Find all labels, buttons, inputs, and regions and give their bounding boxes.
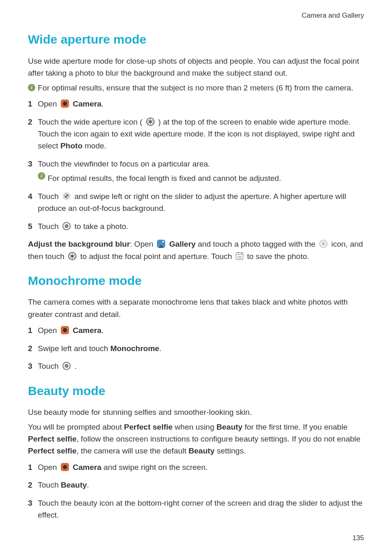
- bold-text: Monochrome: [110, 344, 159, 353]
- info-icon: i: [28, 84, 35, 91]
- step-number: 1: [28, 324, 38, 336]
- gallery-app-icon: [157, 240, 165, 248]
- info-note: i For optimal results, ensure that the s…: [28, 82, 364, 94]
- text: Open: [38, 463, 59, 472]
- text: and touch a photo tagged with the: [198, 240, 318, 248]
- text: Touch: [38, 481, 61, 489]
- shutter-icon: [62, 362, 71, 370]
- text: and swipe right on the screen.: [101, 463, 208, 472]
- step-number: 1: [28, 98, 38, 110]
- camera-app-icon: [61, 99, 69, 108]
- text: and swipe left or right on the slider to…: [38, 192, 346, 213]
- step-body: Touch the beauty icon at the bottom-righ…: [38, 497, 364, 521]
- step-body: Touch and swipe left or right on the sli…: [38, 190, 364, 215]
- step-body: Touch the wide aperture icon ( ) at the …: [38, 116, 364, 152]
- bold-text: Camera: [73, 326, 101, 335]
- bold-text: Camera: [73, 99, 101, 108]
- step-number: 2: [28, 116, 38, 152]
- info-icon: i: [38, 172, 45, 180]
- mono-intro: The camera comes with a separate monochr…: [28, 296, 364, 320]
- text: .: [101, 326, 104, 335]
- bold-text: Adjust the background blur: [28, 240, 130, 248]
- step-number: 3: [28, 360, 38, 372]
- bold-text: Beauty: [61, 481, 87, 489]
- text: .: [87, 481, 89, 489]
- page-number: 135: [353, 533, 364, 543]
- step-number: 3: [28, 497, 38, 521]
- camera-app-icon: [61, 463, 69, 471]
- aperture-icon: [68, 252, 76, 260]
- adjust-blur-paragraph: Adjust the background blur: Open Gallery…: [28, 238, 364, 262]
- beauty-perfect-selfie: You will be prompted about Perfect selfi…: [28, 421, 364, 457]
- text: : Open: [130, 240, 155, 248]
- bold-text: Camera: [73, 463, 101, 472]
- info-text: For optimal results, the focal length is…: [48, 172, 281, 184]
- text: Open: [38, 99, 59, 108]
- info-text: For optimal results, ensure that the sub…: [38, 82, 353, 94]
- svg-point-0: [65, 194, 68, 198]
- wide-intro: Use wide aperture mode for close-up shot…: [28, 55, 364, 79]
- text: Open: [38, 326, 59, 335]
- text: .: [74, 362, 76, 370]
- step-number: 4: [28, 190, 38, 215]
- aperture-icon: [319, 240, 327, 248]
- heading-beauty: Beauty mode: [28, 382, 364, 401]
- step-body: Touch the viewfinder to focus on a parti…: [38, 158, 364, 185]
- text: .: [101, 99, 104, 108]
- step-number: 5: [28, 220, 38, 232]
- text: to adjust the focal point and aperture. …: [80, 252, 234, 261]
- bold-text: Photo: [60, 141, 83, 150]
- bold-text: Beauty: [189, 446, 214, 455]
- step-body: Open Camera.: [38, 324, 364, 336]
- step-body: Touch to take a photo.: [38, 220, 364, 232]
- bold-text: Beauty: [217, 423, 242, 431]
- step-number: 2: [28, 342, 38, 354]
- text: Touch the wide aperture icon (: [38, 118, 145, 126]
- step-body: Touch .: [38, 360, 364, 372]
- step-body: Open Camera.: [38, 98, 364, 110]
- text: to save the photo.: [247, 252, 309, 261]
- beauty-intro: Use beauty mode for stunning selfies and…: [28, 406, 364, 418]
- heading-monochrome: Monochrome mode: [28, 271, 364, 291]
- save-icon: [236, 252, 243, 260]
- step-body: Swipe left and touch Monochrome.: [38, 342, 364, 354]
- text: Touch: [38, 222, 61, 231]
- bold-text: Perfect selfie: [28, 446, 76, 455]
- text: to take a photo.: [74, 222, 128, 231]
- text: for the first time. If you enable: [242, 423, 348, 431]
- camera-app-icon: [61, 326, 69, 334]
- aperture-setting-icon: [62, 192, 71, 200]
- step-body: Touch Beauty.: [38, 479, 364, 491]
- bold-text: Perfect selfie: [28, 435, 76, 443]
- shutter-icon: [62, 222, 71, 230]
- text: Touch the beauty icon at the bottom-righ…: [38, 499, 362, 519]
- text: You will be prompted about: [28, 423, 124, 431]
- step-body: Open Camera and swipe right on the scree…: [38, 461, 364, 473]
- step-number: 3: [28, 158, 38, 185]
- bold-text: Gallery: [169, 240, 196, 248]
- bold-text: Perfect selfie: [124, 423, 173, 431]
- step-number: 2: [28, 479, 38, 491]
- text: Touch the viewfinder to focus on a parti…: [38, 160, 210, 168]
- text: , the camera will use the default: [76, 446, 188, 455]
- text: when using: [173, 423, 217, 431]
- text: settings.: [214, 446, 246, 455]
- text: Touch: [38, 192, 61, 201]
- text: , follow the onscreen instructions to co…: [76, 435, 360, 443]
- text: mode.: [85, 141, 106, 150]
- text: .: [159, 344, 161, 353]
- text: Swipe left and touch: [38, 344, 110, 353]
- text: Touch: [38, 362, 61, 370]
- aperture-icon: [146, 118, 154, 126]
- header-section: Camera and Gallery: [28, 10, 364, 21]
- step-number: 1: [28, 461, 38, 473]
- heading-wide-aperture: Wide aperture mode: [28, 30, 364, 49]
